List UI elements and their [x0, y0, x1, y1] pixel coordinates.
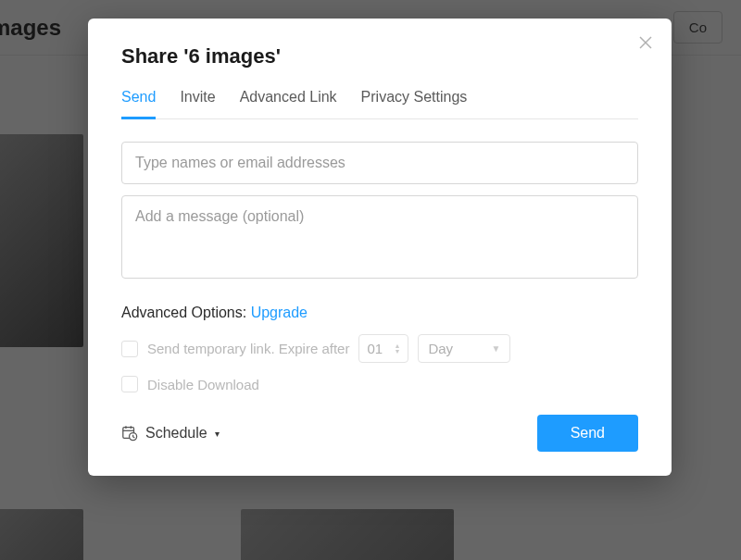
stepper-icon[interactable]: ▲▼ [395, 343, 401, 355]
expire-checkbox[interactable] [121, 341, 138, 357]
expire-unit-select[interactable]: Day ▼ [418, 334, 510, 363]
expire-number-input[interactable]: 01 ▲▼ [358, 334, 408, 363]
close-icon[interactable] [638, 35, 653, 50]
caret-down-icon: ▾ [215, 429, 220, 439]
modal-title: Share '6 images' [121, 44, 638, 68]
tab-send[interactable]: Send [121, 89, 156, 119]
expire-option-row: Send temporary link. Expire after 01 ▲▼ … [121, 334, 638, 363]
advanced-options-label: Advanced Options: Upgrade [121, 305, 638, 321]
tab-advanced-link[interactable]: Advanced Link [240, 89, 337, 119]
schedule-button[interactable]: Schedule ▾ [121, 425, 220, 442]
expire-label: Send temporary link. Expire after [147, 341, 349, 356]
svg-line-8 [133, 437, 135, 438]
recipients-input[interactable] [121, 142, 638, 184]
tab-invite[interactable]: Invite [180, 89, 215, 119]
disable-download-checkbox[interactable] [121, 376, 138, 392]
disable-download-row: Disable Download [121, 376, 638, 392]
message-input[interactable] [121, 195, 638, 279]
modal-tabs: Send Invite Advanced Link Privacy Settin… [121, 89, 638, 119]
upgrade-link[interactable]: Upgrade [251, 305, 308, 320]
share-modal: Share '6 images' Send Invite Advanced Li… [88, 19, 672, 476]
send-button[interactable]: Send [537, 415, 638, 452]
disable-download-label: Disable Download [147, 377, 259, 392]
calendar-clock-icon [121, 425, 138, 442]
chevron-down-icon: ▼ [492, 343, 501, 354]
tab-privacy-settings[interactable]: Privacy Settings [361, 89, 468, 119]
modal-footer: Schedule ▾ Send [121, 415, 638, 452]
